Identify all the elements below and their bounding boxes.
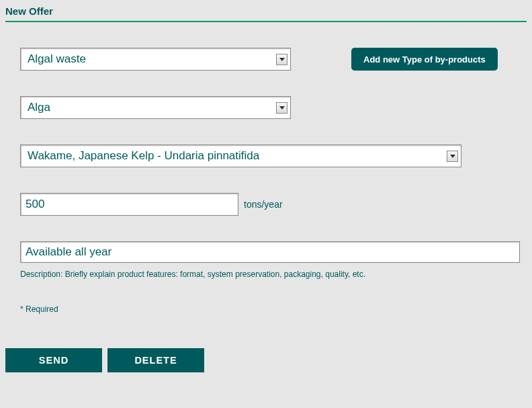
species-row: Wakame, Japanese Kelp - Undaria pinnatif… [20, 145, 527, 167]
byproduct-type-select[interactable]: Algal waste [20, 48, 291, 71]
chevron-down-icon [276, 54, 287, 65]
description-row [20, 241, 527, 263]
category-value: Alga [21, 101, 276, 114]
add-byproduct-type-button[interactable]: Add new Type of by-products [351, 48, 498, 71]
species-select[interactable]: Wakame, Japanese Kelp - Undaria pinnatif… [20, 145, 461, 167]
byproduct-type-value: Algal waste [21, 52, 276, 66]
chevron-down-icon [276, 102, 287, 114]
category-select[interactable]: Alga [20, 96, 291, 119]
page-title: New Offer [5, 5, 527, 22]
quantity-unit-label: tons/year [244, 199, 283, 210]
required-label: * Required [20, 304, 527, 314]
description-helper-text: Description: Briefly explain product fea… [20, 270, 527, 279]
species-value: Wakame, Japanese Kelp - Undaria pinnatif… [21, 149, 447, 163]
byproduct-type-row: Algal waste Add new Type of by-products [20, 48, 527, 71]
description-input[interactable] [20, 241, 520, 263]
send-button[interactable]: SEND [5, 348, 102, 372]
quantity-input[interactable] [20, 193, 238, 216]
delete-button[interactable]: DELETE [107, 348, 204, 372]
action-button-row: SEND DELETE [5, 348, 204, 372]
category-row: Alga [20, 96, 527, 119]
quantity-row: tons/year [20, 193, 527, 216]
chevron-down-icon [447, 151, 458, 162]
offer-form: Algal waste Add new Type of by-products … [5, 48, 527, 314]
